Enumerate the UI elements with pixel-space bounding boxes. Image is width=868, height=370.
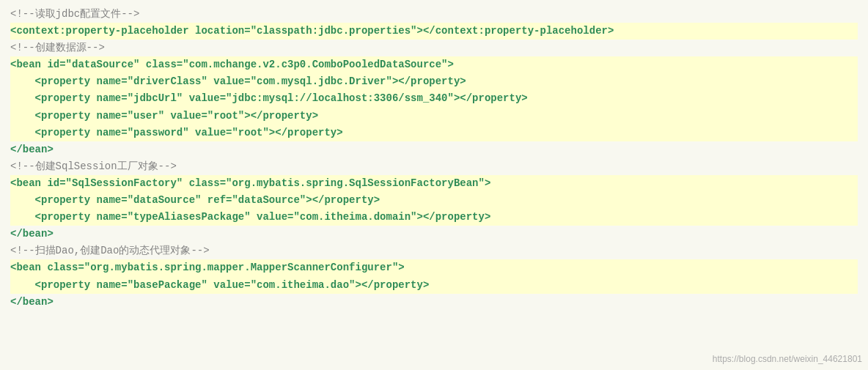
code-line: <!--扫描Dao,创建Dao的动态代理对象--> [10, 243, 858, 259]
code-line: <bean id="SqlSessionFactory" class="org.… [10, 175, 858, 192]
code-line: <property name="user" value="root"></pro… [10, 108, 858, 125]
code-line: </bean> [10, 141, 858, 158]
code-line: <!--读取jdbc配置文件--> [10, 6, 858, 23]
code-line: </bean> [10, 226, 858, 243]
code-line: <property name="dataSource" ref="dataSou… [10, 192, 858, 209]
watermark: https://blog.csdn.net/weixin_44621801 [713, 354, 862, 364]
code-line: <property name="jdbcUrl" value="jdbc:mys… [10, 90, 858, 107]
code-line: </bean> [10, 294, 858, 311]
code-line: <!--创建SqlSession工厂对象--> [10, 158, 858, 175]
code-line: <property name="basePackage" value="com.… [10, 277, 858, 294]
code-line: <context:property-placeholder location="… [10, 23, 858, 40]
code-line: <bean id="dataSource" class="com.mchange… [10, 56, 858, 73]
code-line: <property name="password" value="root"><… [10, 125, 858, 141]
code-line: <property name="typeAliasesPackage" valu… [10, 209, 858, 226]
code-line: <property name="driverClass" value="com.… [10, 73, 858, 90]
code-line: <bean class="org.mybatis.spring.mapper.M… [10, 259, 858, 276]
code-line: <!--创建数据源--> [10, 40, 858, 56]
code-block: <!--读取jdbc配置文件--><context:property-place… [0, 0, 868, 370]
